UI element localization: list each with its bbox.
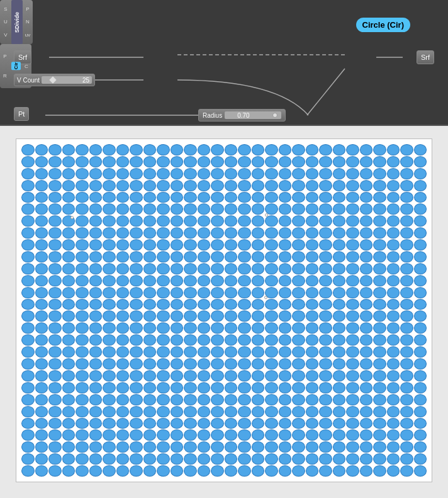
circle-dot	[400, 168, 413, 179]
circle-dot	[387, 322, 400, 334]
circle-dot	[306, 251, 319, 263]
circle-dot	[387, 394, 400, 405]
circle-dot	[238, 227, 251, 239]
circle-dot	[116, 370, 130, 382]
radius-slider[interactable]: 0.70	[225, 111, 281, 119]
circle-dot	[211, 453, 224, 465]
circle-dot	[319, 465, 332, 477]
circle-dot	[62, 370, 76, 382]
circle-dot	[225, 203, 238, 215]
circle-dot	[225, 465, 238, 477]
pt-node[interactable]: Pt	[14, 107, 29, 121]
circle-dot	[211, 370, 224, 382]
circle-dot	[184, 144, 197, 156]
circle-dot	[48, 180, 62, 191]
circle-dot	[400, 406, 413, 417]
circle-dot	[346, 263, 359, 274]
circle-dot	[130, 263, 143, 274]
circle-dot	[387, 156, 400, 167]
circle-dot	[62, 465, 76, 477]
circle-dot	[198, 406, 211, 417]
circle-dot	[62, 346, 76, 358]
circle-dot	[143, 239, 157, 251]
circle-dot	[211, 227, 224, 239]
circle-dot	[211, 215, 224, 227]
circle-dot	[373, 180, 386, 191]
radius-node[interactable]: Radius 0.70	[198, 109, 286, 122]
circle-dot	[62, 156, 76, 167]
circle-dot	[89, 263, 103, 274]
circle-dot	[333, 418, 346, 429]
circle-dot	[35, 263, 48, 274]
circle-dot	[319, 322, 332, 334]
vcount-node[interactable]: V Count 25	[14, 74, 95, 86]
circle-dot	[346, 156, 359, 167]
circle-dot	[279, 322, 292, 334]
circle-dot	[211, 144, 224, 156]
circle-dot	[238, 441, 251, 453]
circle-dot	[333, 192, 346, 203]
circle-dot	[346, 429, 359, 441]
circle-dot	[103, 429, 116, 441]
circle-dot	[238, 263, 251, 274]
circle-dot	[292, 180, 305, 191]
vcount-value: 25	[82, 77, 89, 84]
circle-dot	[373, 346, 386, 358]
circle-dot	[333, 215, 346, 227]
circle-dot	[21, 263, 35, 274]
circle-dot	[143, 358, 157, 370]
circle-dot	[48, 382, 62, 393]
circle-dot	[184, 453, 197, 465]
circle-dot	[184, 192, 197, 203]
circle-dot	[346, 168, 359, 179]
circle-dot	[89, 346, 103, 358]
circle-dot	[143, 299, 157, 310]
circle-dot	[130, 251, 143, 263]
circle-dot	[157, 370, 170, 382]
circle-dot	[198, 358, 211, 370]
circle-dot	[400, 275, 413, 286]
circle-dot	[171, 453, 184, 465]
circle-dot	[360, 239, 373, 251]
circle-dot	[157, 322, 170, 334]
circle-dot	[292, 156, 305, 167]
circle-dot	[265, 263, 278, 274]
circle-dot	[184, 263, 197, 274]
circle-dot	[387, 346, 400, 358]
circle-dot	[333, 275, 346, 286]
circle-dot	[346, 394, 359, 405]
circle-dot	[373, 310, 386, 322]
circle-dot	[89, 465, 103, 477]
circle-dot	[21, 453, 35, 465]
radius-handle[interactable]	[272, 113, 277, 118]
circle-dot	[333, 382, 346, 393]
sdivide-label: SDivide	[11, 0, 23, 44]
circle-dot	[333, 322, 346, 334]
circle-dot	[130, 382, 143, 393]
circle-dot	[279, 239, 292, 251]
circle-dot	[319, 203, 332, 215]
vcount-slider[interactable]: 25	[42, 76, 92, 84]
node-editor: Circle (Cir) Srf V Count 25 S U V	[0, 0, 448, 126]
circle-dot	[252, 441, 265, 453]
circles-grid	[16, 139, 432, 482]
sdivide-node[interactable]: S U V SDivide P N uv	[0, 0, 33, 44]
circle-dot	[400, 322, 413, 334]
circle-dot	[319, 215, 332, 227]
circle-dot	[238, 180, 251, 191]
cir-text: Cir	[13, 62, 19, 69]
circle-dot	[360, 441, 373, 453]
circle-dot	[62, 263, 76, 274]
circle-dot	[265, 394, 278, 405]
circle-dot	[48, 275, 62, 286]
srf-output-node[interactable]: Srf	[417, 50, 434, 64]
viewport-inner	[16, 139, 432, 482]
circle-dot	[346, 346, 359, 358]
circle-dot	[333, 299, 346, 310]
circle-dot	[143, 192, 157, 203]
circle-dot	[35, 322, 48, 334]
circle-dot	[387, 203, 400, 215]
circle-dot	[21, 406, 35, 417]
circle-dot	[414, 287, 427, 298]
circle-dot	[292, 346, 305, 358]
